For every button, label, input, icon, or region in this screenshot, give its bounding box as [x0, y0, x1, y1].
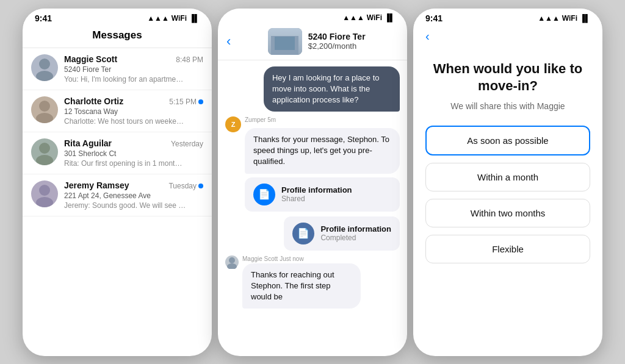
svg-point-5 — [36, 155, 53, 165]
status-bar-2: ▲▲▲ WiFi ▐▌ — [218, 9, 407, 24]
back-button-3[interactable]: ‹ — [425, 29, 430, 43]
avatar — [31, 180, 58, 207]
msg-time: Tuesday — [168, 182, 203, 190]
svg-point-9 — [227, 263, 237, 269]
svg-point-4 — [39, 143, 50, 154]
maggie-message-wrap: Maggie Scott Just now Thanks for reachin… — [242, 255, 400, 309]
back-button[interactable]: ‹ — [226, 34, 231, 49]
option-flexible[interactable]: Flexible — [425, 235, 590, 263]
user-message-bubble: Hey I am looking for a place to move int… — [264, 66, 400, 112]
msg-preview: Jeremy: Sounds good. We will see you are… — [64, 201, 186, 210]
msg-content: Charlotte Ortiz 5:15 PM 12 Toscana Way C… — [64, 96, 203, 126]
card-sub-2: Completed — [320, 234, 391, 242]
msg-time: 8:48 PM — [176, 55, 203, 64]
status-bar-3: 9:41 ▲▲▲ WiFi ▐▌ — [413, 9, 602, 26]
chat-header: ‹ 5240 Fiore Ter $2,200/month — [218, 24, 407, 60]
option-asap[interactable]: As soon as possible — [425, 126, 590, 155]
svg-point-7 — [36, 197, 53, 207]
phone3-body: When would you like to move-in? We will … — [413, 48, 602, 283]
wifi-icon: WiFi — [562, 14, 577, 23]
svg-point-2 — [39, 101, 50, 112]
profile-icon-2: 📄 — [292, 223, 314, 244]
card-title-2: Profile information — [320, 224, 391, 234]
signal-icon: ▲▲▲ — [538, 14, 560, 23]
message-item[interactable]: Maggie Scott 8:48 PM 5240 Fiore Ter You:… — [23, 48, 212, 90]
option-within-two-months[interactable]: Within two months — [425, 199, 590, 227]
signal-icon: ▲▲▲ — [147, 14, 169, 23]
msg-name: Charlotte Ortiz — [64, 96, 123, 106]
svg-point-1 — [36, 71, 53, 81]
maggie-avatar — [225, 255, 239, 269]
battery-icon: ▐▌ — [385, 13, 395, 22]
card-text-2: Profile information Completed — [320, 224, 391, 242]
bot-avatar: Z — [225, 116, 241, 132]
avatar — [31, 54, 58, 81]
msg-time: Yesterday — [171, 140, 203, 148]
msg-name: Rita Aguilar — [64, 138, 112, 148]
property-thumbnail — [268, 28, 302, 55]
wifi-icon: WiFi — [367, 13, 382, 22]
messages-header: Messages — [23, 26, 212, 48]
unread-dot — [198, 99, 203, 104]
msg-top-row: Jeremy Ramsey Tuesday — [64, 180, 203, 190]
bot-row: Z Zumper 5m Thanks for your message, Ste… — [225, 116, 400, 212]
property-info: 5240 Fiore Ter $2,200/month — [234, 28, 399, 55]
status-icons-3: ▲▲▲ WiFi ▐▌ — [538, 14, 590, 23]
card-title: Profile information — [281, 185, 352, 194]
messages-title: Messages — [92, 29, 142, 41]
building-graphic — [268, 28, 302, 55]
msg-time: 5:15 PM — [169, 98, 203, 106]
msg-content: Jeremy Ramsey Tuesday 221 Apt 24, Geness… — [64, 180, 203, 210]
svg-point-3 — [36, 113, 53, 123]
card-sub: Shared — [281, 194, 352, 203]
battery-icon: ▐▌ — [189, 14, 200, 23]
profile-info-card-shared[interactable]: 📄 Profile information Shared — [245, 177, 400, 212]
phones-container: 9:41 ▲▲▲ WiFi ▐▌ Messages Maggie Scott 8… — [0, 0, 625, 364]
avatar — [31, 96, 58, 123]
phone-2-chat: ▲▲▲ WiFi ▐▌ ‹ 5240 Fiore Ter $2,200/mont… — [218, 9, 407, 356]
maggie-message: Thanks for reaching out Stephon. The fir… — [242, 263, 361, 309]
avatar — [31, 138, 58, 165]
move-in-title: When would you like to move-in? — [425, 60, 590, 95]
status-icons-2: ▲▲▲ WiFi ▐▌ — [342, 13, 395, 22]
status-bar-1: 9:41 ▲▲▲ WiFi ▐▌ — [23, 9, 212, 26]
svg-point-6 — [39, 185, 50, 196]
profile-info-card-completed[interactable]: 📄 Profile information Completed — [284, 216, 400, 251]
option-within-month[interactable]: Within a month — [425, 163, 590, 191]
bot-label: Zumper 5m — [245, 116, 400, 123]
svg-point-0 — [39, 59, 50, 70]
property-text: 5240 Fiore Ter $2,200/month — [308, 32, 366, 51]
message-item[interactable]: Rita Aguilar Yesterday 301 Sherlock Ct R… — [23, 132, 212, 174]
chat-body: Hey I am looking for a place to move int… — [218, 60, 407, 315]
phone-1-messages: 9:41 ▲▲▲ WiFi ▐▌ Messages Maggie Scott 8… — [23, 9, 212, 356]
msg-top-row: Charlotte Ortiz 5:15 PM — [64, 96, 203, 106]
maggie-label: Maggie Scott Just now — [242, 255, 400, 262]
message-item[interactable]: Jeremy Ramsey Tuesday 221 Apt 24, Geness… — [23, 174, 212, 216]
msg-top-row: Rita Aguilar Yesterday — [64, 138, 203, 148]
battery-icon: ▐▌ — [580, 14, 590, 23]
phone3-header: ‹ — [413, 26, 602, 48]
msg-preview: You: Hi, I'm looking for an apartment ju… — [64, 75, 186, 84]
time-1: 9:41 — [35, 13, 52, 23]
msg-sub: 5240 Fiore Ter — [64, 65, 203, 74]
wifi-icon: WiFi — [172, 14, 187, 23]
property-name: 5240 Fiore Ter — [308, 32, 366, 41]
message-list: Maggie Scott 8:48 PM 5240 Fiore Ter You:… — [23, 48, 212, 216]
phone-3-movein: 9:41 ▲▲▲ WiFi ▐▌ ‹ When would you like t… — [413, 9, 602, 356]
bot-message: Thanks for your message, Stephon. To spe… — [245, 128, 400, 174]
svg-point-8 — [229, 257, 235, 263]
profile-icon: 📄 — [253, 184, 275, 205]
signal-icon: ▲▲▲ — [342, 13, 364, 22]
status-icons-1: ▲▲▲ WiFi ▐▌ — [147, 14, 200, 23]
unread-dot — [198, 184, 203, 188]
message-item[interactable]: Charlotte Ortiz 5:15 PM 12 Toscana Way C… — [23, 90, 212, 132]
msg-name: Jeremy Ramsey — [64, 180, 129, 190]
msg-content: Rita Aguilar Yesterday 301 Sherlock Ct R… — [64, 138, 203, 168]
bot-bubble-wrap: Zumper 5m Thanks for your message, Steph… — [245, 116, 400, 212]
msg-preview: Charlotte: We host tours on weekends fro… — [64, 117, 186, 126]
card-text: Profile information Shared — [281, 185, 352, 203]
msg-top-row: Maggie Scott 8:48 PM — [64, 54, 203, 64]
maggie-row: Maggie Scott Just now Thanks for reachin… — [225, 255, 400, 309]
time-3: 9:41 — [425, 13, 443, 23]
msg-name: Maggie Scott — [64, 54, 117, 64]
